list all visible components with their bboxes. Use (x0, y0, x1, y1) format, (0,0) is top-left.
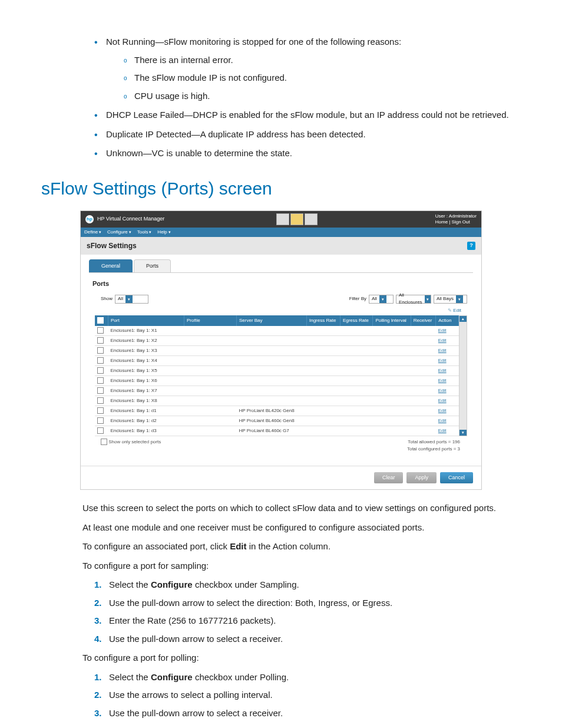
col-egress: Egress Rate (340, 315, 373, 326)
section-heading: sFlow Settings (Ports) screen (41, 175, 521, 202)
clear-button[interactable]: Clear (374, 472, 404, 484)
scroll-down-icon[interactable]: ▾ (459, 430, 467, 436)
step-item: Use the pull-down arrow to select a rece… (94, 633, 521, 646)
apply-button[interactable]: Apply (406, 472, 437, 484)
edit-link[interactable]: Edit (436, 375, 459, 386)
tab-general[interactable]: General (89, 259, 133, 273)
enclosure-select[interactable]: All Enclosures▾ (396, 295, 431, 304)
row-checkbox[interactable] (97, 357, 104, 364)
edit-link[interactable]: Edit (436, 426, 459, 436)
bullet-not-running: Not Running—sFlow monitoring is stopped … (94, 35, 521, 103)
user-links[interactable]: Home | Sign Out (435, 219, 477, 225)
text: in the Action column. (246, 541, 330, 551)
select-all-checkbox[interactable] (97, 317, 104, 324)
step-item: Use the arrows to select a polling inter… (94, 689, 521, 702)
cell-server: HP ProLiant BL460c Gen8 (237, 416, 307, 426)
table-header-row: Port Profile Server Bay Ingress Rate Egr… (95, 315, 459, 326)
step-item: Select the Configure checkbox under Samp… (94, 578, 521, 592)
show-value: All (115, 295, 125, 302)
step-item: Use the pull-down arrow to select the di… (94, 597, 521, 610)
table-row: Enclosure1: Bay 1: X8Edit (95, 396, 459, 406)
row-checkbox[interactable] (97, 407, 104, 414)
cell-port: Enclosure1: Bay 1: X6 (108, 375, 184, 386)
para-edit: To configure an associated port, click E… (82, 540, 521, 554)
content-area: General Ports Ports Show All▾ Filter By … (81, 255, 481, 460)
edit-link[interactable]: Edit (436, 406, 459, 416)
cell-server: HP ProLiant BL420c Gen8 (237, 406, 307, 416)
cell-server (237, 396, 307, 406)
cell-server (237, 335, 307, 345)
app-title: HP Virtual Connect Manager (97, 215, 164, 223)
titlebar-icon[interactable] (290, 213, 303, 225)
row-checkbox[interactable] (97, 347, 104, 354)
cell-port: Enclosure1: Bay 1: X4 (108, 355, 184, 365)
row-checkbox[interactable] (97, 397, 104, 404)
edit-link[interactable]: Edit (436, 416, 459, 426)
edit-link[interactable]: Edit (436, 335, 459, 345)
help-icon[interactable]: ? (467, 242, 475, 250)
table-row: Enclosure1: Bay 1: X1Edit (95, 326, 459, 336)
edit-link[interactable]: Edit (436, 355, 459, 365)
ports-table: Port Profile Server Bay Ingress Rate Egr… (95, 315, 459, 436)
row-checkbox[interactable] (97, 327, 104, 334)
cell-profile (184, 406, 237, 416)
show-select[interactable]: All▾ (115, 295, 148, 304)
filterby-select[interactable]: All▾ (369, 295, 394, 304)
edit-link[interactable]: Edit (436, 386, 459, 396)
menu-tools[interactable]: Tools (137, 229, 152, 236)
bullet-dhcp: DHCP Lease Failed—DHCP is enabled for th… (94, 108, 521, 122)
row-checkbox[interactable] (97, 427, 104, 434)
table-row: Enclosure1: Bay 1: X7Edit (95, 386, 459, 396)
menu-define[interactable]: Define (84, 229, 101, 236)
row-checkbox[interactable] (97, 377, 104, 384)
edit-link[interactable]: Edit (436, 396, 459, 406)
row-checkbox[interactable] (97, 367, 104, 374)
edit-link[interactable]: Edit (436, 345, 459, 355)
row-checkbox[interactable] (97, 417, 104, 424)
bays-select[interactable]: All Bays▾ (434, 295, 467, 304)
cell-server (237, 345, 307, 355)
edit-link[interactable]: Edit (436, 365, 459, 375)
cell-port: Enclosure1: Bay 1: X5 (108, 365, 184, 375)
filterby-value: All (369, 295, 379, 302)
cell-port: Enclosure1: Bay 1: X8 (108, 396, 184, 406)
row-checkbox[interactable] (97, 337, 104, 344)
edit-all-link[interactable]: Edit (89, 307, 461, 314)
table-footer: Show only selected ports Total allowed p… (101, 439, 460, 453)
cell-profile (184, 386, 237, 396)
cell-port: Enclosure1: Bay 1: X3 (108, 345, 184, 355)
table-row: Enclosure1: Bay 1: X3Edit (95, 345, 459, 355)
step-item: Select the Configure checkbox under Poll… (94, 671, 521, 684)
titlebar-icon[interactable] (305, 213, 318, 225)
table-wrapper: Port Profile Server Bay Ingress Rate Egr… (95, 315, 467, 436)
show-selected[interactable]: Show only selected ports (101, 439, 161, 453)
row-checkbox[interactable] (97, 387, 104, 394)
titlebar-icon[interactable] (276, 213, 289, 225)
tabs: General Ports (89, 259, 473, 274)
filterby-label: Filter By (349, 295, 366, 302)
col-ingress: Ingress Rate (307, 315, 340, 326)
embedded-screenshot: hp HP Virtual Connect Manager User : Adm… (80, 210, 482, 490)
table-row: Enclosure1: Bay 1: X2Edit (95, 335, 459, 345)
col-receiver: Receiver (411, 315, 436, 326)
scrollbar[interactable]: ▴ ▾ (459, 315, 467, 436)
cell-port: Enclosure1: Bay 1: d2 (108, 416, 184, 426)
cell-server (237, 355, 307, 365)
col-port: Port (108, 315, 184, 326)
cell-server (237, 375, 307, 386)
total-configured: Total configured ports = 3 (407, 446, 460, 453)
col-profile: Profile (184, 315, 237, 326)
menu-help[interactable]: Help (157, 229, 170, 236)
cell-port: Enclosure1: Bay 1: d1 (108, 406, 184, 416)
page-title: sFlow Settings (87, 241, 137, 251)
show-selected-checkbox[interactable] (101, 439, 107, 445)
col-polling: Polling Interval (373, 315, 411, 326)
col-action: Action (436, 315, 459, 326)
edit-link[interactable]: Edit (436, 326, 459, 336)
sub-bullet: There is an internal error. (124, 54, 521, 67)
cell-profile (184, 365, 237, 375)
menu-configure[interactable]: Configure (107, 229, 131, 236)
cancel-button[interactable]: Cancel (440, 472, 473, 484)
tab-ports[interactable]: Ports (134, 259, 171, 273)
scroll-up-icon[interactable]: ▴ (459, 316, 467, 322)
